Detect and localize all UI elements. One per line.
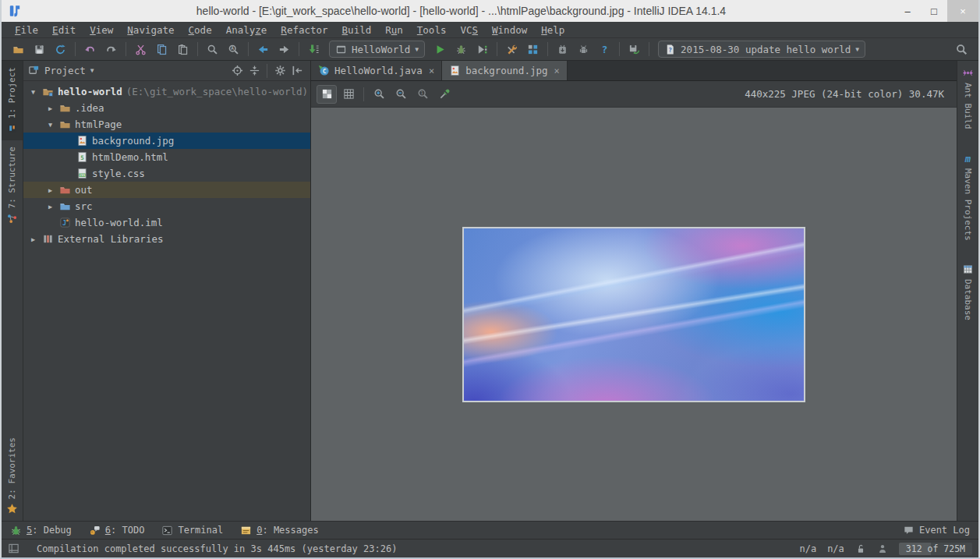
menu-tools[interactable]: Tools [410,23,454,37]
tree-item-htmldemo-html[interactable]: 5htmlDemo.html [23,149,310,165]
redo-button[interactable] [101,40,122,58]
copy-button[interactable] [151,40,172,58]
menu-file[interactable]: File [8,23,45,37]
menu-window[interactable]: Window [485,23,534,37]
window-title: hello-world - [E:\git_work_space\hello-w… [28,5,894,17]
collapsed-arrow-icon[interactable]: ▶ [45,186,55,194]
synchronize-button[interactable] [50,40,71,58]
grid-button[interactable] [338,85,359,104]
tool-window-button-event-log[interactable]: Event Log [894,522,978,539]
memory-indicator[interactable]: 312 of 725M [899,543,972,555]
open-folder-button[interactable] [8,40,29,58]
transparency-checkerboard-button[interactable] [317,85,337,104]
color-picker-icon [439,88,451,100]
debug-button[interactable] [451,40,472,58]
menu-edit[interactable]: Edit [45,23,83,37]
search-everywhere-button[interactable] [951,40,972,58]
run-configuration-combo[interactable]: HelloWorld▼ [329,41,425,58]
project-structure-icon [527,44,539,55]
toolbar-separator [649,42,649,56]
undo-button[interactable] [80,40,101,58]
tree-item--idea[interactable]: ▶.idea [23,100,310,116]
maximize-button[interactable]: □ [921,0,947,22]
color-picker-button[interactable] [434,85,455,104]
save-and-sync-button[interactable] [624,40,645,58]
project-structure-button[interactable] [522,40,543,58]
tool-window-button-ant-build[interactable]: Ant Build [957,61,978,136]
menu-run[interactable]: Run [378,23,410,37]
tree-item-src[interactable]: ▶src [23,198,310,214]
minimize-button[interactable]: – [894,0,921,22]
gear-icon [274,65,286,76]
collapsed-arrow-icon[interactable]: ▶ [28,235,38,243]
menu-refactor[interactable]: Refactor [274,23,334,37]
menu-analyze[interactable]: Analyze [219,23,274,37]
menu-help[interactable]: Help [534,23,571,37]
actual-size-button[interactable]: 1 [412,85,433,104]
collapsed-arrow-icon[interactable]: ▶ [45,104,55,112]
tree-item-label: src [75,200,93,212]
tool-window-button-database[interactable]: Database [957,257,978,327]
collapsed-arrow-icon[interactable]: ▶ [45,203,55,211]
close-tab-icon[interactable]: × [554,65,559,76]
android-monitor-button[interactable] [552,40,573,58]
vcs-commit-message-combo[interactable]: ?2015-08-30 update hello world▼ [658,41,865,58]
maven-icon: m [962,153,974,165]
tree-item-hello-world[interactable]: ▼hello-world (E:\git_work_space\hello-wo… [23,83,310,100]
gear-button[interactable] [271,63,288,79]
forward-button[interactable] [274,40,295,58]
help-button[interactable]: ? [594,40,615,58]
settings-button[interactable] [501,40,522,58]
tool-window-button-7-structure[interactable]: 7: Structure [2,140,23,230]
close-button[interactable]: × [947,0,978,22]
coverage-button[interactable] [472,40,493,58]
cursor-position-indicator[interactable]: n/a [799,543,816,554]
tree-item-style-css[interactable]: CSSstyle.css [23,165,310,182]
column-mode-button[interactable] [303,40,324,58]
menu-code[interactable]: Code [182,23,219,37]
collapse-all-button[interactable] [246,63,263,79]
find-button[interactable] [202,40,223,58]
menu-vcs[interactable]: VCS [453,23,485,37]
tree-item-background-jpg[interactable]: background.jpg [23,133,310,149]
tool-window-button-1-project[interactable]: 1: Project [2,61,23,140]
editor-tab-helloworld-java[interactable]: CHelloWorld.java× [311,61,442,80]
encoding-indicator[interactable]: n/a [827,543,844,554]
tool-window-button-6-todo[interactable]: 6: TODO [80,522,154,539]
tree-item-out[interactable]: ▶out [23,182,310,198]
hide-panel-button[interactable] [288,63,306,79]
find-icon [207,44,218,55]
expanded-arrow-icon[interactable]: ▼ [28,88,38,96]
tree-item-htmlpage[interactable]: ▼htmlPage [23,116,310,133]
zoom-out-button[interactable] [391,85,411,104]
menu-build[interactable]: Build [335,23,379,37]
tree-item-external-libraries[interactable]: ▶External Libraries [23,231,310,247]
tree-item-label: External Libraries [58,233,163,245]
menu-view[interactable]: View [83,23,120,37]
android-button[interactable] [573,40,594,58]
toggle-tool-buttons-icon[interactable] [8,543,19,554]
tree-item-label: htmlPage [75,119,122,130]
back-button[interactable] [253,40,274,58]
save-all-button[interactable] [29,40,50,58]
menu-navigate[interactable]: Navigate [120,23,181,37]
cut-button[interactable] [130,40,151,58]
editor-tab-background-jpg[interactable]: background.jpg× [442,61,568,80]
tool-window-button-terminal[interactable]: Terminal [153,522,232,539]
paste-button[interactable] [172,40,193,58]
project-view-selector[interactable]: Project ▼ [28,65,115,76]
tool-window-button-5-debug[interactable]: 5: Debug [2,522,80,539]
right-tool-window-bar: Ant BuildmMaven ProjectsDatabase [957,61,978,521]
expanded-arrow-icon[interactable]: ▼ [45,121,55,129]
zoom-in-button[interactable] [369,85,389,104]
lock-icon[interactable] [855,543,866,554]
locate-button[interactable] [228,63,246,79]
hector-inspector-icon[interactable] [877,543,888,554]
replace-button[interactable]: A [223,40,244,58]
tree-item-hello-world-iml[interactable]: Jhello-world.iml [23,214,310,231]
tool-window-button-maven-projects[interactable]: mMaven Projects [957,147,978,247]
tool-window-button-2-favorites[interactable]: 2: Favorites [2,431,23,521]
close-tab-icon[interactable]: × [429,65,434,76]
tool-window-button-0-messages[interactable]: 0: Messages [232,522,327,539]
run-button[interactable] [430,40,451,58]
